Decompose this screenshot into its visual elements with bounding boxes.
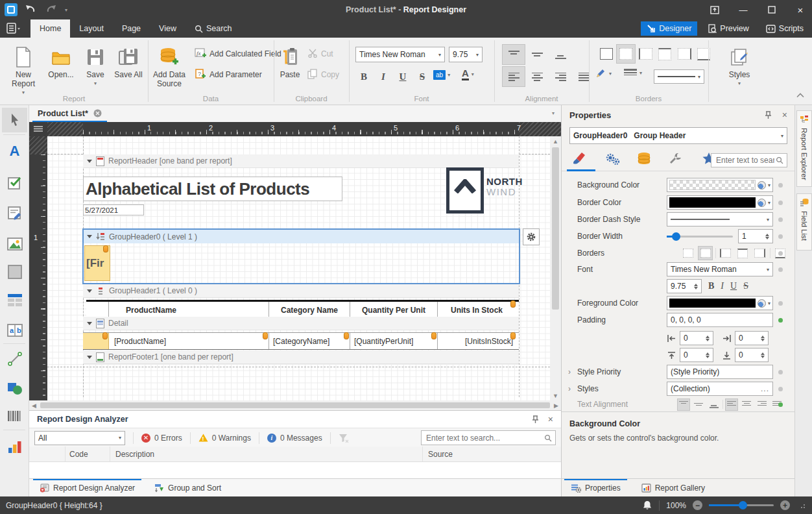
- padding-bottom-spinner[interactable]: 0: [735, 348, 769, 362]
- zoom-out-button[interactable]: −: [693, 500, 702, 510]
- table-header-cell[interactable]: Units In Stock: [438, 302, 516, 318]
- align-middle-button[interactable]: [692, 398, 705, 411]
- border-width-slider[interactable]: [667, 229, 733, 243]
- band-report-footer[interactable]: ReportFooter1 [one band per report]: [83, 350, 519, 364]
- collapse-band-icon[interactable]: [87, 160, 92, 163]
- styles-editor[interactable]: (Collection) ...: [667, 382, 773, 396]
- align-right-button[interactable]: [549, 66, 572, 87]
- border-color-button[interactable]: ▾: [595, 69, 612, 79]
- errors-counter[interactable]: ✕ 0 Errors: [134, 434, 190, 443]
- notifications-bell-icon[interactable]: [642, 500, 652, 511]
- mode-preview-button[interactable]: Preview: [702, 21, 754, 36]
- analyzer-search-box[interactable]: [421, 430, 556, 445]
- bold-button[interactable]: B: [355, 69, 372, 84]
- bold-button[interactable]: B: [708, 281, 714, 291]
- border-width-spinner[interactable]: 1: [738, 229, 773, 243]
- font-color-button[interactable]: A ▾: [462, 67, 474, 80]
- northwind-logo[interactable]: NORTH WIND: [446, 167, 519, 214]
- table-header-cell[interactable]: Quantity Per Unit: [350, 302, 438, 318]
- border-all-button[interactable]: [597, 44, 616, 64]
- detail-cell[interactable]: [CategoryName]: [269, 333, 350, 349]
- align-top-button[interactable]: [677, 398, 690, 411]
- tab-list-dropdown-icon[interactable]: ▾: [552, 110, 555, 116]
- detail-cell[interactable]: [QuantityPerUnit]: [350, 333, 438, 349]
- copy-button[interactable]: Copy: [307, 67, 339, 82]
- character-comb-tool[interactable]: ab: [2, 318, 27, 343]
- align-top-button[interactable]: [502, 44, 525, 65]
- spin-down-icon[interactable]: [694, 287, 698, 289]
- add-parameter-button[interactable]: ? Add Parameter: [195, 67, 262, 82]
- tab-page[interactable]: Page: [113, 19, 150, 38]
- font-family-editor[interactable]: Times New Roman▾: [667, 262, 773, 276]
- collapse-ribbon-icon[interactable]: [796, 91, 804, 100]
- scroll-down-icon[interactable]: ▼: [550, 391, 561, 400]
- document-tab[interactable]: Product List*: [32, 106, 107, 122]
- italic-button[interactable]: I: [375, 69, 392, 84]
- spin-down-icon[interactable]: [765, 237, 769, 239]
- color-eye-icon[interactable]: [758, 199, 766, 207]
- tab-home[interactable]: Home: [30, 19, 70, 38]
- highlight-button[interactable]: ab ▾: [433, 70, 450, 80]
- table-header-cell-empty[interactable]: [86, 302, 109, 318]
- detail-row[interactable]: [ProductName] [CategoryName] [QuantityPe…: [83, 332, 519, 350]
- minimize-button[interactable]: —: [734, 3, 752, 17]
- scroll-up-icon[interactable]: ▲: [550, 136, 561, 146]
- table-header-cell[interactable]: ProductName: [109, 302, 269, 318]
- rich-text-tool[interactable]: [2, 201, 27, 226]
- checkbox-tool[interactable]: [2, 170, 27, 195]
- border-left-button[interactable]: [719, 246, 733, 260]
- zoom-slider[interactable]: [709, 496, 774, 514]
- expand-icon[interactable]: ›: [568, 367, 571, 376]
- pin-icon[interactable]: [765, 111, 772, 119]
- label-tool[interactable]: A: [2, 139, 27, 164]
- table-header-cell[interactable]: Category Name: [269, 302, 350, 318]
- collapse-band-icon[interactable]: [87, 322, 92, 325]
- scroll-left-icon[interactable]: ◀: [29, 400, 39, 410]
- detail-cell[interactable]: [UnitsInStock]: [438, 333, 516, 349]
- border-bottom-button[interactable]: [694, 44, 713, 64]
- padding-left-spinner[interactable]: 0: [680, 331, 713, 345]
- selected-object-combo[interactable]: GroupHeader0 Group Header ▾: [569, 127, 787, 144]
- analyzer-col-code[interactable]: Code: [66, 447, 110, 461]
- report-title-label-control[interactable]: Alphabetical List of Products: [83, 177, 342, 201]
- tab-view[interactable]: View: [150, 19, 185, 38]
- tab-properties[interactable]: Properties: [564, 479, 627, 496]
- barcode-tool[interactable]: [2, 404, 27, 428]
- padding-editor[interactable]: 0, 0, 0, 0: [667, 313, 773, 327]
- align-left-button[interactable]: [502, 66, 525, 87]
- mode-scripts-button[interactable]: Scripts: [760, 21, 809, 36]
- behavior-category-tab[interactable]: [604, 152, 620, 168]
- group-field-control[interactable]: [Fir: [84, 245, 110, 281]
- padding-right-spinner[interactable]: 0: [735, 331, 769, 345]
- underline-button[interactable]: U: [394, 69, 411, 84]
- collapse-band-icon[interactable]: [87, 289, 92, 293]
- collapse-band-icon[interactable]: [87, 235, 92, 238]
- panel-tool[interactable]: [2, 260, 27, 284]
- cut-button[interactable]: Cut: [307, 47, 333, 61]
- analyzer-search-input[interactable]: [425, 433, 544, 443]
- properties-search-box[interactable]: [711, 153, 787, 167]
- vertical-scroll-thumb[interactable]: [552, 147, 559, 310]
- foreground-color-editor[interactable]: ▾: [667, 296, 773, 310]
- padding-top-spinner[interactable]: 0: [680, 348, 713, 362]
- slider-thumb[interactable]: [672, 232, 680, 241]
- properties-search-input[interactable]: [715, 155, 776, 165]
- pointer-tool[interactable]: [2, 108, 27, 132]
- analyzer-col-source[interactable]: Source: [423, 447, 561, 461]
- styles-button[interactable]: Styles▾: [721, 42, 758, 100]
- ribbon-menu-icon[interactable]: [6, 23, 21, 36]
- align-bottom-button[interactable]: [708, 398, 721, 411]
- band-group-header1[interactable]: GroupHeader1 ( Level 0 ): [83, 284, 519, 298]
- align-center-button[interactable]: [525, 66, 549, 87]
- align-right-button[interactable]: [755, 398, 768, 411]
- detail-cell[interactable]: [ProductName]: [109, 333, 269, 349]
- strikeout-button[interactable]: S: [743, 281, 748, 291]
- scroll-right-icon[interactable]: ▶: [551, 400, 561, 410]
- analyzer-col-description[interactable]: Description: [110, 447, 423, 461]
- border-line-style-button[interactable]: ▾: [624, 69, 642, 77]
- detail-cell-highlighted[interactable]: [83, 333, 109, 349]
- band-report-header[interactable]: ReportHeader [one band per report]: [83, 154, 519, 168]
- border-left-button[interactable]: [636, 44, 655, 64]
- close-tab-icon[interactable]: [93, 109, 102, 117]
- align-left-button[interactable]: [725, 398, 738, 411]
